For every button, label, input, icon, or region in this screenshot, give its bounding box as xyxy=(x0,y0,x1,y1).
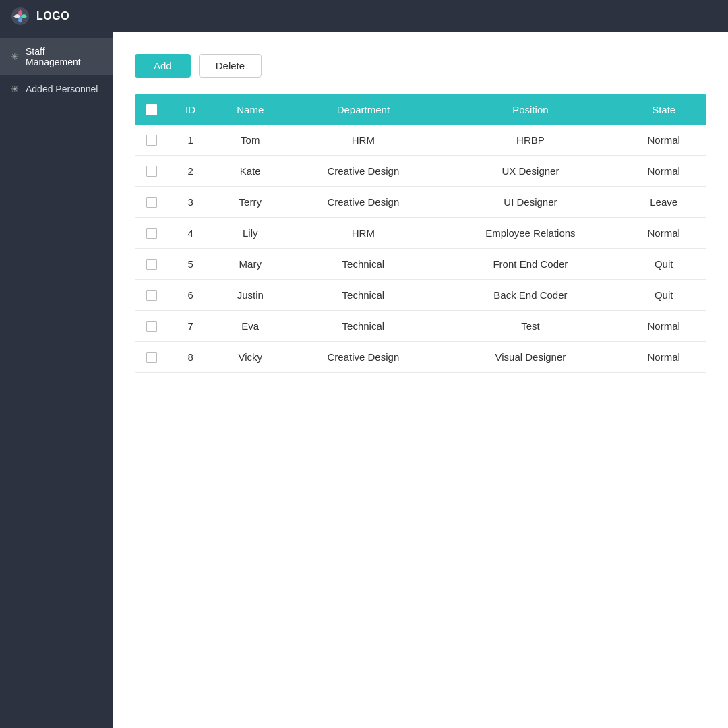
table-row: 1 Tom HRM HRBP Normal xyxy=(135,125,706,156)
row-state: Normal xyxy=(621,156,706,187)
sidebar-item-label: Staff Management xyxy=(26,46,102,67)
table-row: 2 Kate Creative Design UX Designer Norma… xyxy=(135,156,706,187)
row-id: 1 xyxy=(168,125,213,156)
row-position: Front End Coder xyxy=(439,249,621,280)
row-state: Normal xyxy=(621,125,706,156)
row-department: HRM xyxy=(287,125,439,156)
row-position: Back End Coder xyxy=(439,280,621,311)
row-id: 2 xyxy=(168,156,213,187)
staff-table-wrapper: ID Name Department Position State 1 Tom … xyxy=(135,94,706,373)
table-row: 7 Eva Technical Test Normal xyxy=(135,311,706,342)
row-id: 7 xyxy=(168,311,213,342)
row-checkbox[interactable] xyxy=(146,166,157,177)
row-name: Eva xyxy=(213,311,287,342)
row-id: 5 xyxy=(168,249,213,280)
row-checkbox[interactable] xyxy=(146,321,157,332)
table-row: 8 Vicky Creative Design Visual Designer … xyxy=(135,342,706,373)
header-position: Position xyxy=(439,94,621,125)
sidebar: ✳ Staff Management ✳ Added Personnel xyxy=(0,32,113,728)
row-department: Technical xyxy=(287,280,439,311)
row-checkbox-cell[interactable] xyxy=(135,249,168,280)
header-name: Name xyxy=(213,94,287,125)
row-checkbox[interactable] xyxy=(146,228,157,239)
delete-button[interactable]: Delete xyxy=(199,54,262,78)
row-name: Justin xyxy=(213,280,287,311)
logo-icon xyxy=(11,7,30,26)
row-state: Quit xyxy=(621,249,706,280)
table-row: 5 Mary Technical Front End Coder Quit xyxy=(135,249,706,280)
staff-management-icon: ✳ xyxy=(11,51,19,62)
navbar: LOGO xyxy=(0,0,728,32)
table-row: 6 Justin Technical Back End Coder Quit xyxy=(135,280,706,311)
row-department: Creative Design xyxy=(287,342,439,373)
row-name: Terry xyxy=(213,187,287,218)
toolbar: Add Delete xyxy=(135,54,706,78)
row-department: Creative Design xyxy=(287,187,439,218)
table-header-row: ID Name Department Position State xyxy=(135,94,706,125)
row-name: Kate xyxy=(213,156,287,187)
row-checkbox-cell[interactable] xyxy=(135,342,168,373)
row-state: Normal xyxy=(621,342,706,373)
header-checkbox-cell[interactable] xyxy=(135,94,168,125)
staff-table: ID Name Department Position State 1 Tom … xyxy=(135,94,706,373)
row-name: Mary xyxy=(213,249,287,280)
row-name: Lily xyxy=(213,218,287,249)
row-department: HRM xyxy=(287,218,439,249)
row-checkbox[interactable] xyxy=(146,197,157,208)
row-checkbox[interactable] xyxy=(146,259,157,270)
navbar-logo: LOGO xyxy=(11,7,69,26)
row-state: Leave xyxy=(621,187,706,218)
row-position: Visual Designer xyxy=(439,342,621,373)
header-id: ID xyxy=(168,94,213,125)
row-position: UX Designer xyxy=(439,156,621,187)
row-checkbox-cell[interactable] xyxy=(135,125,168,156)
row-department: Creative Design xyxy=(287,156,439,187)
row-position: UI Designer xyxy=(439,187,621,218)
row-checkbox-cell[interactable] xyxy=(135,156,168,187)
row-department: Technical xyxy=(287,249,439,280)
row-checkbox-cell[interactable] xyxy=(135,187,168,218)
row-id: 4 xyxy=(168,218,213,249)
row-checkbox-cell[interactable] xyxy=(135,280,168,311)
row-state: Quit xyxy=(621,280,706,311)
row-name: Vicky xyxy=(213,342,287,373)
row-checkbox[interactable] xyxy=(146,352,157,363)
row-position: HRBP xyxy=(439,125,621,156)
sidebar-item-label: Added Personnel xyxy=(26,84,98,94)
add-button[interactable]: Add xyxy=(135,54,191,78)
row-checkbox[interactable] xyxy=(146,135,157,146)
header-department: Department xyxy=(287,94,439,125)
row-checkbox[interactable] xyxy=(146,290,157,301)
row-state: Normal xyxy=(621,311,706,342)
logo-text: LOGO xyxy=(36,10,69,22)
row-id: 6 xyxy=(168,280,213,311)
row-department: Technical xyxy=(287,311,439,342)
row-state: Normal xyxy=(621,218,706,249)
header-checkbox[interactable] xyxy=(146,104,157,115)
row-position: Test xyxy=(439,311,621,342)
sidebar-item-staff-management[interactable]: ✳ Staff Management xyxy=(0,38,113,75)
row-position: Employee Relations xyxy=(439,218,621,249)
table-row: 4 Lily HRM Employee Relations Normal xyxy=(135,218,706,249)
row-name: Tom xyxy=(213,125,287,156)
main-content: Add Delete ID Name Department Position S… xyxy=(113,32,728,728)
header-state: State xyxy=(621,94,706,125)
row-id: 3 xyxy=(168,187,213,218)
row-id: 8 xyxy=(168,342,213,373)
row-checkbox-cell[interactable] xyxy=(135,311,168,342)
table-row: 3 Terry Creative Design UI Designer Leav… xyxy=(135,187,706,218)
added-personnel-icon: ✳ xyxy=(11,84,19,94)
sidebar-item-added-personnel[interactable]: ✳ Added Personnel xyxy=(0,75,113,102)
row-checkbox-cell[interactable] xyxy=(135,218,168,249)
